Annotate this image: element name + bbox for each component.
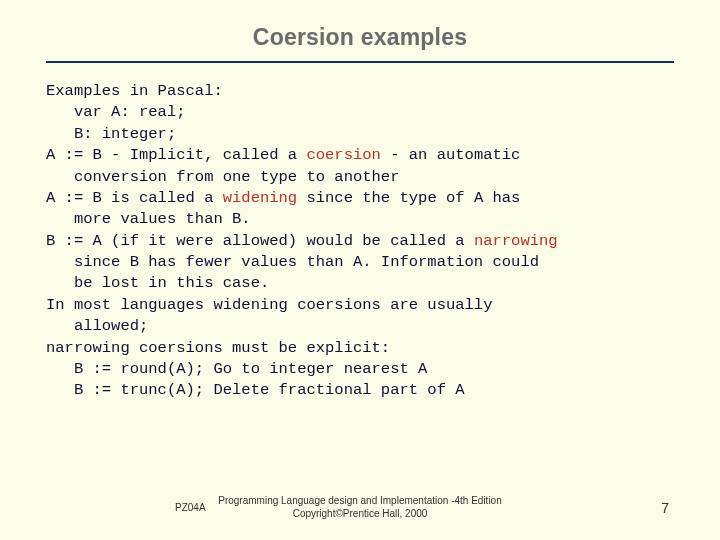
page-number: 7 [661, 500, 669, 516]
body-line: B := trunc(A); Delete fractional part of… [46, 380, 674, 401]
text-run: allowed; [46, 317, 148, 335]
title-rule [46, 61, 674, 63]
text-run: B := A (if it were allowed) would be cal… [46, 232, 474, 250]
body-line: since B has fewer values than A. Informa… [46, 252, 674, 273]
body-line: var A: real; [46, 102, 674, 123]
footer: PZ04A Programming Language design and Im… [0, 495, 720, 520]
body-line: allowed; [46, 316, 674, 337]
highlight-term: widening [223, 189, 297, 207]
text-run: be lost in this case. [46, 274, 269, 292]
body-line: B: integer; [46, 124, 674, 145]
body-line: more values than B. [46, 209, 674, 230]
text-run: B := trunc(A); Delete fractional part of… [46, 381, 465, 399]
text-run: A := B is called a [46, 189, 223, 207]
text-run: B: integer; [46, 125, 176, 143]
text-run: more values than B. [46, 210, 251, 228]
body-line: Examples in Pascal: [46, 81, 674, 102]
highlight-term: coersion [306, 146, 380, 164]
body-line: B := round(A); Go to integer nearest A [46, 359, 674, 380]
footer-center: Programming Language design and Implemen… [218, 495, 502, 520]
text-run: var A: real; [46, 103, 186, 121]
text-run: In most languages widening coersions are… [46, 296, 492, 314]
text-run: A := B - Implicit, called a [46, 146, 306, 164]
footer-line2: Copyright©Prentice Hall, 2000 [218, 508, 502, 521]
footer-code: PZ04A [175, 502, 206, 513]
body-line: B := A (if it were allowed) would be cal… [46, 231, 674, 252]
text-run: - an automatic [381, 146, 521, 164]
body-line: be lost in this case. [46, 273, 674, 294]
highlight-term: narrowing [474, 232, 558, 250]
slide-title: Coersion examples [46, 24, 674, 51]
footer-line1: Programming Language design and Implemen… [218, 495, 502, 508]
text-run: B := round(A); Go to integer nearest A [46, 360, 427, 378]
text-run: narrowing coersions must be explicit: [46, 339, 390, 357]
body-line: In most languages widening coersions are… [46, 295, 674, 316]
body-line: conversion from one type to another [46, 167, 674, 188]
text-run: conversion from one type to another [46, 168, 399, 186]
body-line: A := B is called a widening since the ty… [46, 188, 674, 209]
slide-body: Examples in Pascal: var A: real; B: inte… [46, 81, 674, 402]
slide: Coersion examples Examples in Pascal: va… [0, 0, 720, 540]
body-line: A := B - Implicit, called a coersion - a… [46, 145, 674, 166]
body-line: narrowing coersions must be explicit: [46, 338, 674, 359]
text-run: Examples in Pascal: [46, 82, 223, 100]
text-run: since the type of A has [297, 189, 520, 207]
text-run: since B has fewer values than A. Informa… [46, 253, 539, 271]
